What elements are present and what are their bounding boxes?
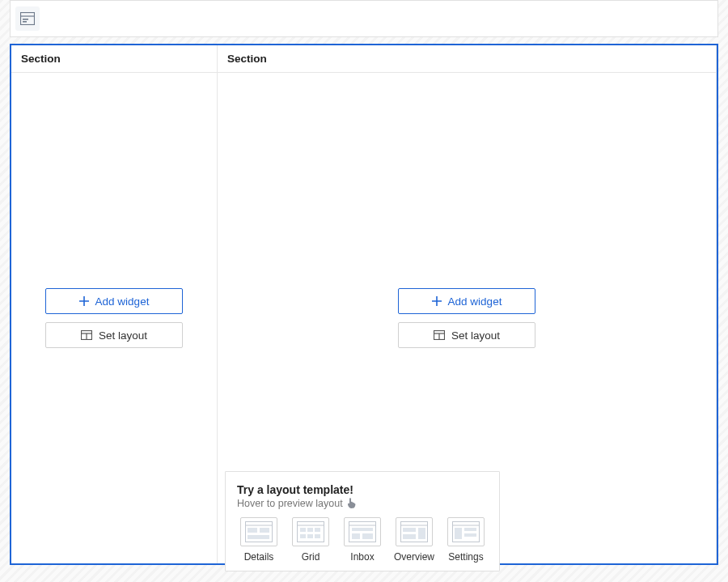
svg-rect-30 <box>403 528 416 532</box>
template-details-icon <box>240 517 277 546</box>
template-details[interactable]: Details <box>237 517 281 563</box>
svg-rect-18 <box>307 528 313 532</box>
pointer-icon <box>346 498 356 509</box>
section-right-header[interactable]: Section <box>218 45 716 73</box>
template-label: Inbox <box>350 551 374 563</box>
section-left-body: Add widget Set layout <box>11 73 217 563</box>
svg-rect-32 <box>418 528 425 539</box>
template-settings-icon <box>447 517 485 546</box>
add-widget-label: Add widget <box>95 295 150 308</box>
svg-rect-26 <box>352 533 360 539</box>
template-label: Overview <box>394 551 434 563</box>
panel-subtitle-text: Hover to preview layout <box>237 498 343 509</box>
panel-title: Try a layout template! <box>237 483 488 496</box>
plus-icon <box>79 296 89 306</box>
svg-rect-37 <box>464 533 476 537</box>
workspace-canvas: Section Add widget Set layout Section Ad… <box>10 44 718 565</box>
set-layout-label: Set layout <box>99 329 147 342</box>
template-inbox-icon <box>344 517 381 546</box>
layout-icon <box>81 330 92 340</box>
template-grid[interactable]: Grid <box>289 517 332 563</box>
template-grid-icon <box>292 517 329 546</box>
svg-rect-19 <box>315 528 320 532</box>
add-widget-button[interactable]: Add widget <box>398 288 535 314</box>
page-layout-icon <box>20 12 35 25</box>
svg-rect-2 <box>23 19 28 20</box>
svg-rect-36 <box>464 528 476 531</box>
svg-rect-13 <box>260 528 269 533</box>
svg-rect-31 <box>403 534 416 539</box>
svg-rect-22 <box>315 534 320 538</box>
svg-rect-35 <box>455 528 462 539</box>
template-label: Settings <box>448 551 483 563</box>
template-label: Grid <box>302 551 320 563</box>
top-toolbar <box>10 0 718 37</box>
template-overview-icon <box>396 517 433 546</box>
add-widget-button[interactable]: Add widget <box>45 288 183 314</box>
svg-rect-25 <box>352 528 373 531</box>
section-left: Section Add widget Set layout <box>11 45 218 563</box>
template-overview[interactable]: Overview <box>392 517 436 563</box>
svg-rect-3 <box>23 21 27 23</box>
add-widget-label: Add widget <box>448 295 502 308</box>
svg-rect-21 <box>307 534 313 538</box>
layout-template-panel: Try a layout template! Hover to preview … <box>225 471 500 571</box>
page-layout-button[interactable] <box>15 6 40 31</box>
plus-icon <box>432 296 442 306</box>
set-layout-label: Set layout <box>451 329 500 342</box>
svg-rect-12 <box>248 528 257 533</box>
template-settings[interactable]: Settings <box>444 517 488 563</box>
svg-rect-14 <box>248 535 269 539</box>
svg-rect-20 <box>300 534 306 538</box>
template-inbox[interactable]: Inbox <box>341 517 384 563</box>
svg-rect-27 <box>362 533 373 539</box>
svg-rect-17 <box>300 528 306 532</box>
template-list: Details Grid <box>237 517 488 563</box>
set-layout-button[interactable]: Set layout <box>398 322 535 348</box>
section-left-header[interactable]: Section <box>11 45 217 73</box>
layout-icon <box>434 330 445 340</box>
template-label: Details <box>244 551 274 563</box>
panel-subtitle: Hover to preview layout <box>237 498 488 509</box>
set-layout-button[interactable]: Set layout <box>45 322 183 348</box>
